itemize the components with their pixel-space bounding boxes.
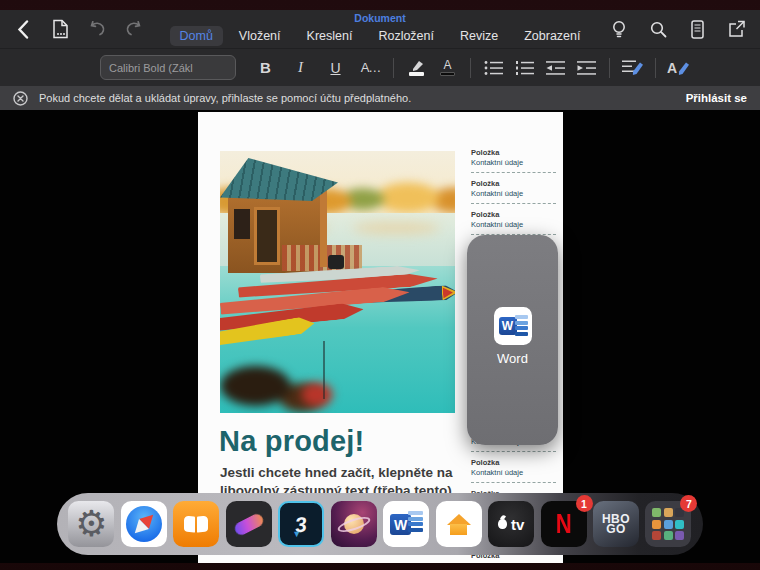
increase-indent-button[interactable] bbox=[571, 53, 602, 83]
word-app-label: Word bbox=[497, 351, 528, 366]
app-folder-grid-icon bbox=[652, 508, 684, 540]
placeholder-contact-details[interactable]: Kontaktní údaje bbox=[471, 189, 556, 199]
house-icon bbox=[447, 514, 471, 535]
signin-button[interactable]: Přihlásit se bbox=[686, 92, 747, 104]
contact-block: Položka Kontaktní údaje bbox=[471, 458, 556, 489]
tab-revize[interactable]: Revize bbox=[450, 26, 508, 46]
dock: ⚙ 3▼ W tv bbox=[57, 493, 703, 555]
brush-tip-icon: ▼ bbox=[292, 529, 301, 539]
divider bbox=[655, 58, 656, 78]
compass-icon bbox=[126, 506, 162, 542]
dock-app-procreate[interactable] bbox=[226, 501, 272, 547]
notification-badge: 7 bbox=[680, 495, 697, 512]
font-color-button[interactable]: A bbox=[432, 53, 463, 83]
highlight-color-swatch bbox=[409, 72, 424, 76]
text-effects-button[interactable]: A bbox=[663, 53, 694, 83]
dock-app-zen-brush[interactable]: 3▼ bbox=[278, 501, 324, 547]
body-line-1: Jestli chcete hned začít, klepněte na bbox=[220, 464, 472, 482]
mobile-view-icon[interactable] bbox=[686, 16, 708, 42]
banner-close-icon[interactable] bbox=[13, 91, 28, 106]
bold-button[interactable]: B bbox=[250, 53, 281, 83]
tab-domu[interactable]: Domů bbox=[170, 26, 223, 46]
title-toolbar: Dokument Domů Vložení Kreslení Rozložení… bbox=[0, 10, 760, 48]
share-icon[interactable] bbox=[725, 16, 747, 42]
photo-mooring-line bbox=[323, 341, 325, 399]
tv-label: tv bbox=[511, 516, 524, 533]
placeholder-item-label[interactable]: Položka bbox=[471, 210, 556, 220]
photo-outboard-motor bbox=[328, 255, 344, 269]
go-label: GO bbox=[606, 524, 626, 535]
lightbulb-icon[interactable] bbox=[608, 16, 630, 42]
search-icon[interactable] bbox=[647, 16, 669, 42]
svg-text:A: A bbox=[667, 60, 677, 76]
netflix-n-icon: N bbox=[556, 509, 572, 540]
word-app-window: Dokument Domů Vložení Kreslení Rozložení… bbox=[0, 10, 760, 563]
open-book-icon bbox=[184, 516, 208, 532]
numbered-list-button[interactable] bbox=[509, 53, 540, 83]
dock-app-word[interactable]: W bbox=[383, 501, 429, 547]
dock-app-home[interactable] bbox=[436, 501, 482, 547]
contact-block: Položka Kontaktní údaje bbox=[471, 148, 556, 179]
dashed-divider bbox=[471, 172, 556, 173]
dock-app-astronomy[interactable] bbox=[331, 501, 377, 547]
bullet-list-button[interactable] bbox=[478, 53, 509, 83]
dashed-divider bbox=[471, 482, 556, 483]
placeholder-contact-details[interactable]: Kontaktní údaje bbox=[471, 468, 556, 478]
font-color-swatch bbox=[440, 72, 455, 76]
tab-rozlozeni[interactable]: Rozložení bbox=[368, 26, 444, 46]
photo-boathouse-window bbox=[234, 209, 250, 239]
dock-app-apple-tv[interactable]: tv bbox=[488, 501, 534, 547]
underline-button[interactable]: U bbox=[320, 53, 351, 83]
dashed-divider bbox=[471, 451, 556, 452]
divider bbox=[393, 58, 394, 78]
document-photo-boats[interactable] bbox=[220, 151, 455, 413]
dashed-divider bbox=[471, 203, 556, 204]
formatting-brush-button[interactable] bbox=[617, 53, 648, 83]
placeholder-contact-details[interactable]: Kontaktní údaje bbox=[471, 220, 556, 230]
banner-message: Pokud chcete dělat a ukládat úpravy, při… bbox=[39, 92, 675, 104]
dock-app-books[interactable] bbox=[173, 501, 219, 547]
placeholder-item-label[interactable]: Položka bbox=[471, 148, 556, 158]
placeholder-item-label[interactable]: Položka bbox=[471, 458, 556, 468]
dock-app-settings[interactable]: ⚙ bbox=[68, 501, 114, 547]
dock-app-safari[interactable] bbox=[121, 501, 167, 547]
font-name-value: Calibri Bold (Zákl bbox=[109, 62, 193, 74]
notification-badge: 1 bbox=[576, 495, 593, 512]
placeholder-contact-details[interactable]: Kontaktní údaje bbox=[471, 561, 556, 563]
placeholder-contact-details[interactable]: Kontaktní údaje bbox=[471, 158, 556, 168]
decrease-indent-button[interactable] bbox=[540, 53, 571, 83]
gear-icon: ⚙ bbox=[75, 506, 107, 542]
word-logo-bars bbox=[515, 315, 528, 337]
paint-stroke-icon bbox=[232, 511, 265, 536]
divider bbox=[470, 58, 471, 78]
contact-block: Položka Kontaktní údaje bbox=[471, 179, 556, 210]
italic-button[interactable]: I bbox=[285, 53, 316, 83]
word-app-icon: W bbox=[494, 307, 532, 345]
tab-zobrazeni[interactable]: Zobrazení bbox=[514, 26, 590, 46]
document-heading[interactable]: Na prodej! bbox=[219, 425, 364, 458]
font-formatting-button[interactable]: A… bbox=[355, 53, 386, 83]
word-drag-preview[interactable]: W Word bbox=[467, 235, 558, 445]
dock-app-folder[interactable]: 7 bbox=[645, 501, 691, 547]
photo-boathouse-door bbox=[254, 207, 280, 265]
divider bbox=[609, 58, 610, 78]
signin-banner: Pokud chcete dělat a ukládat úpravy, při… bbox=[0, 86, 760, 110]
font-name-field[interactable]: Calibri Bold (Zákl bbox=[100, 55, 236, 80]
apple-logo-icon bbox=[498, 519, 507, 529]
formatting-toolbar: Calibri Bold (Zákl B I U A… A bbox=[0, 48, 760, 86]
dock-app-hbo-go[interactable]: HBO GO bbox=[593, 501, 639, 547]
highlight-color-button[interactable] bbox=[401, 53, 432, 83]
dock-app-netflix[interactable]: N 1 bbox=[541, 501, 587, 547]
photo-red-reflection bbox=[282, 367, 352, 413]
tab-vlozeni[interactable]: Vložení bbox=[229, 26, 291, 46]
placeholder-item-label[interactable]: Položka bbox=[471, 179, 556, 189]
tab-kresleni[interactable]: Kreslení bbox=[297, 26, 363, 46]
word-icon: W bbox=[383, 501, 429, 547]
